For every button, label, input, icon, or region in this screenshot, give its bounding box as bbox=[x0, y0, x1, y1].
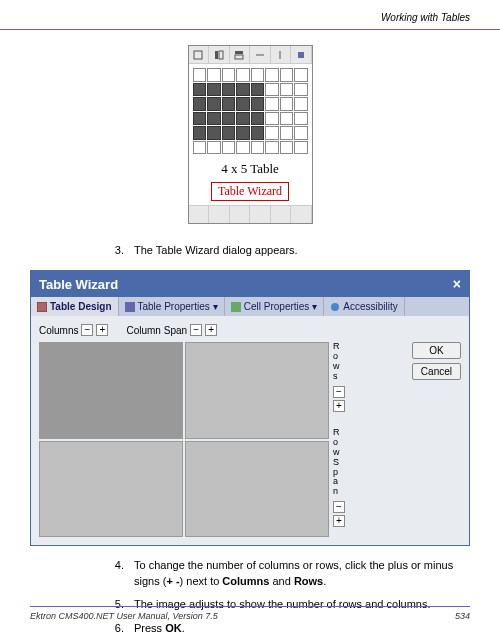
preview-cell[interactable] bbox=[39, 342, 183, 439]
properties-icon bbox=[125, 302, 135, 312]
table-icon bbox=[37, 302, 47, 312]
picker-toolbar-bottom bbox=[189, 205, 312, 223]
svg-rect-9 bbox=[125, 302, 135, 312]
toolbar-icon[interactable] bbox=[250, 206, 271, 223]
table-wizard-dialog: Table Wizard × Table Design Table Proper… bbox=[30, 270, 470, 546]
rowspan-label: RowSpan bbox=[333, 428, 345, 497]
step-number: 3. bbox=[110, 243, 124, 258]
cell-icon bbox=[231, 302, 241, 312]
preview-cell[interactable] bbox=[185, 441, 329, 538]
columns-label: Columns bbox=[39, 325, 78, 336]
rows-controls: Rows − + RowSpan − + bbox=[333, 342, 345, 537]
svg-rect-2 bbox=[219, 51, 223, 59]
step-text: To change the number of columns or rows,… bbox=[134, 558, 470, 589]
svg-rect-7 bbox=[298, 52, 304, 58]
toolbar-icon[interactable] bbox=[189, 46, 210, 63]
rowspan-minus-button[interactable]: − bbox=[333, 501, 345, 513]
svg-rect-0 bbox=[194, 51, 202, 59]
close-icon[interactable]: × bbox=[453, 276, 461, 292]
dialog-body: Columns − + Column Span − + Rows − + bbox=[31, 316, 469, 545]
toolbar-icon[interactable] bbox=[271, 46, 292, 63]
toolbar-icon[interactable] bbox=[189, 206, 210, 223]
step-3: 3. The Table Wizard dialog appears. bbox=[0, 239, 500, 262]
toolbar-icon[interactable] bbox=[230, 46, 251, 63]
columns-plus-button[interactable]: + bbox=[96, 324, 108, 336]
tab-table-design[interactable]: Table Design bbox=[31, 297, 119, 316]
step-number: 4. bbox=[110, 558, 124, 589]
svg-rect-1 bbox=[215, 51, 218, 59]
tab-table-properties[interactable]: Table Properties ▾ bbox=[119, 297, 225, 316]
step-text: The Table Wizard dialog appears. bbox=[134, 243, 298, 258]
dialog-title: Table Wizard bbox=[39, 277, 118, 292]
tab-cell-properties[interactable]: Cell Properties ▾ bbox=[225, 297, 325, 316]
table-wizard-link[interactable]: Table Wizard bbox=[189, 180, 312, 205]
svg-rect-8 bbox=[37, 302, 47, 312]
svg-rect-4 bbox=[235, 55, 243, 59]
step-text: Press OK. bbox=[134, 621, 185, 633]
picker-toolbar-top bbox=[189, 46, 312, 64]
dialog-tabs: Table Design Table Properties ▾ Cell Pro… bbox=[31, 297, 469, 316]
step-4: 4. To change the number of columns or ro… bbox=[0, 554, 500, 593]
tab-accessibility[interactable]: Accessibility bbox=[324, 297, 404, 316]
ok-button[interactable]: OK bbox=[412, 342, 461, 359]
table-preview[interactable] bbox=[39, 342, 329, 537]
colspan-minus-button[interactable]: − bbox=[190, 324, 202, 336]
step-number: 6. bbox=[110, 621, 124, 633]
columns-control: Columns − + bbox=[39, 324, 108, 336]
toolbar-icon[interactable] bbox=[209, 206, 230, 223]
section-title: Working with Tables bbox=[381, 12, 470, 23]
svg-point-11 bbox=[331, 303, 339, 311]
toolbar-icon[interactable] bbox=[291, 206, 312, 223]
chevron-down-icon: ▾ bbox=[213, 301, 218, 312]
chevron-down-icon: ▾ bbox=[312, 301, 317, 312]
preview-cell[interactable] bbox=[185, 342, 329, 439]
rows-label: Rows bbox=[333, 342, 345, 382]
rows-plus-button[interactable]: + bbox=[333, 400, 345, 412]
table-picker-dropdown: 4 x 5 Table Table Wizard bbox=[188, 45, 313, 224]
rowspan-plus-button[interactable]: + bbox=[333, 515, 345, 527]
size-label: 4 x 5 Table bbox=[189, 158, 312, 180]
colspan-label: Column Span bbox=[126, 325, 187, 336]
colspan-control: Column Span − + bbox=[126, 324, 217, 336]
columns-minus-button[interactable]: − bbox=[81, 324, 93, 336]
dialog-titlebar: Table Wizard × bbox=[31, 271, 469, 297]
preview-cell[interactable] bbox=[39, 441, 183, 538]
toolbar-icon[interactable] bbox=[271, 206, 292, 223]
accessibility-icon bbox=[330, 302, 340, 312]
svg-rect-10 bbox=[231, 302, 241, 312]
svg-rect-3 bbox=[235, 51, 243, 54]
cancel-button[interactable]: Cancel bbox=[412, 363, 461, 380]
footer-page-number: 534 bbox=[455, 611, 470, 621]
toolbar-icon[interactable] bbox=[230, 206, 251, 223]
rows-minus-button[interactable]: − bbox=[333, 386, 345, 398]
toolbar-icon[interactable] bbox=[250, 46, 271, 63]
page-footer: Ektron CMS400.NET User Manual, Version 7… bbox=[30, 606, 470, 621]
colspan-plus-button[interactable]: + bbox=[205, 324, 217, 336]
footer-manual: Ektron CMS400.NET User Manual, Version 7… bbox=[30, 611, 218, 621]
page-header: Working with Tables bbox=[0, 0, 500, 30]
toolbar-icon[interactable] bbox=[291, 46, 312, 63]
toolbar-icon[interactable] bbox=[209, 46, 230, 63]
size-grid[interactable] bbox=[193, 68, 308, 154]
